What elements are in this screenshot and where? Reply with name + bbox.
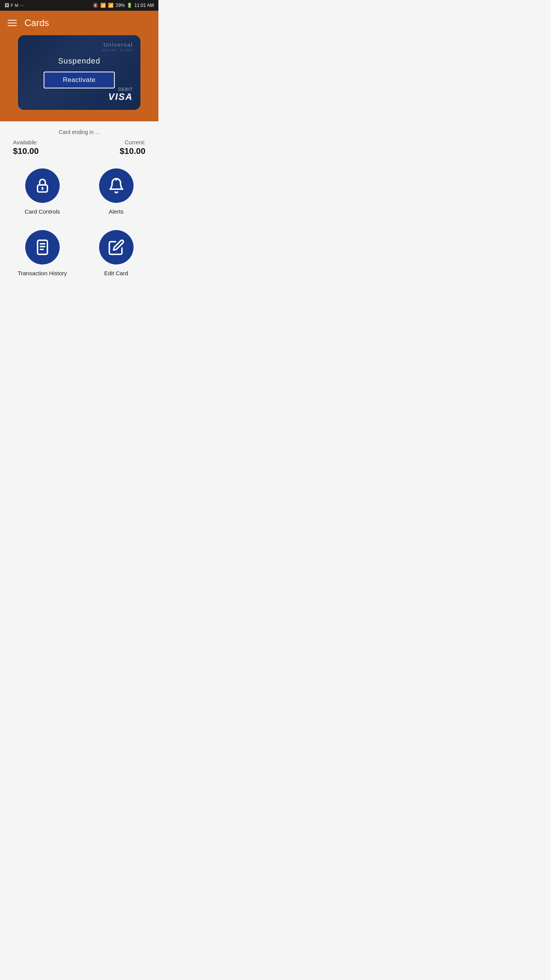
battery-icon: 🔋 [127,3,132,8]
card-section: Universal AWARD CARD Suspended Reactivat… [0,35,158,121]
balance-row: Available: $10.00 Current: $10.00 [9,139,149,156]
edit-icon-circle [99,230,134,265]
available-label: Available: [13,139,38,145]
debit-card: Universal AWARD CARD Suspended Reactivat… [18,35,140,110]
menu-button[interactable] [8,20,17,26]
status-info: 🔇 📶 📶 29% 🔋 11:01 AM [93,3,154,8]
reactivate-button[interactable]: Reactivate [44,72,114,88]
available-balance: Available: $10.00 [13,139,39,156]
main-content: Card ending in ... Available: $10.00 Cur… [0,121,158,292]
gmail-icon: M [15,3,18,8]
signal-icon: 📶 [108,3,114,8]
alerts-action[interactable]: Alerts [83,168,149,215]
flipboard-icon: F [11,3,13,8]
card-controls-icon-circle [25,168,60,203]
app-header: Cards [0,11,158,35]
card-controls-label: Card Controls [24,208,60,215]
wifi-icon: 📶 [100,3,106,8]
receipt-icon [34,239,51,256]
lock-icon [34,177,51,194]
status-bar: 🖼 F M ··· 🔇 📶 📶 29% 🔋 11:01 AM [0,0,158,11]
time-display: 11:01 AM [134,3,154,8]
more-icon: ··· [20,3,24,8]
transaction-history-action[interactable]: Transaction History [9,230,75,276]
battery-text: 29% [116,3,125,8]
card-controls-action[interactable]: Card Controls [9,168,75,215]
card-ending-text: Card ending in ... [9,129,149,135]
transaction-history-label: Transaction History [18,270,67,276]
bell-icon [108,177,125,194]
current-amount: $10.00 [120,146,145,156]
alerts-icon-circle [99,168,134,203]
card-status: Suspended [58,57,100,65]
card-network-info: DEBIT VISA [108,87,133,102]
current-balance: Current: $10.00 [120,139,145,156]
edit-card-action[interactable]: Edit Card [83,230,149,276]
page-title: Cards [24,18,49,28]
card-network: VISA [108,91,133,102]
edit-card-label: Edit Card [104,270,128,276]
status-notifications: 🖼 F M ··· [5,3,24,8]
available-amount: $10.00 [13,146,39,156]
gallery-icon: 🖼 [5,3,9,8]
current-label: Current: [125,139,145,145]
mute-icon: 🔇 [93,3,98,8]
card-type: DEBIT [108,87,133,91]
action-grid: Card Controls Alerts [9,168,149,276]
alerts-label: Alerts [109,208,123,215]
transaction-icon-circle [25,230,60,265]
pencil-icon [108,239,125,256]
